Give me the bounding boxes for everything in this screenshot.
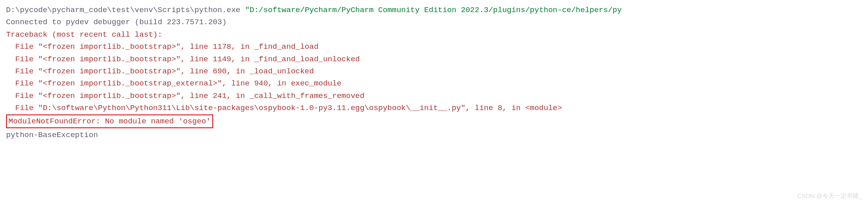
traceback-frame: File "<frozen importlib._bootstrap>", li… — [6, 65, 862, 77]
traceback-header: Traceback (most recent call last): — [6, 29, 862, 41]
traceback-frame: File "<frozen importlib._bootstrap>", li… — [6, 53, 862, 65]
module-not-found-error: ModuleNotFoundError: No module named 'os… — [6, 114, 213, 128]
command-line: D:\pycode\pycharm_code\test\venv\Scripts… — [6, 4, 862, 16]
python-exe-path: D:\pycode\pycharm_code\test\venv\Scripts… — [6, 6, 241, 15]
traceback-frame: File "D:\software\Python\Python311\Lib\s… — [6, 102, 862, 114]
traceback-frame: File "<frozen importlib._bootstrap_exter… — [6, 77, 862, 90]
script-path-arg: "D:/software/Pycharm/PyCharm Community E… — [245, 6, 622, 15]
traceback-frame: File "<frozen importlib._bootstrap>", li… — [6, 90, 862, 102]
debugger-connected-line: Connected to pydev debugger (build 223.7… — [6, 16, 862, 28]
base-exception-line: python-BaseException — [6, 129, 862, 141]
traceback-frame: File "<frozen importlib._bootstrap>", li… — [6, 41, 862, 53]
error-line-wrapper: ModuleNotFoundError: No module named 'os… — [6, 114, 862, 128]
